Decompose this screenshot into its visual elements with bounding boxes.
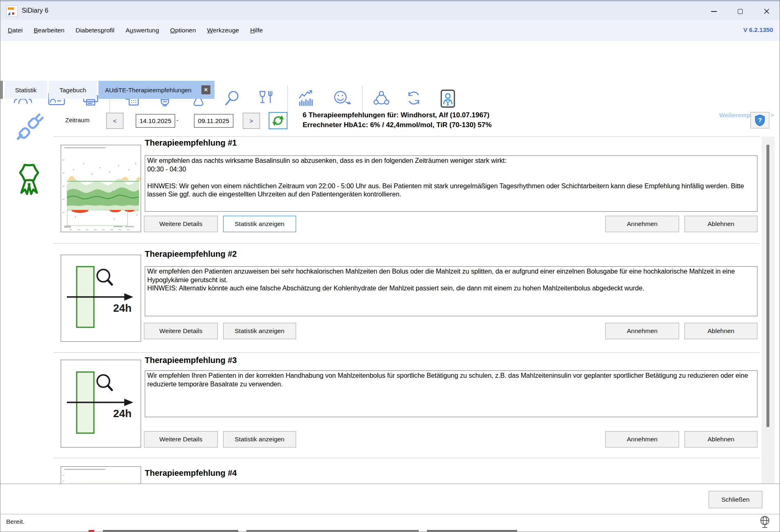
statistics-button-1[interactable]: Statistik anzeigen bbox=[223, 216, 296, 232]
recommendation-2-thumbnail[interactable]: 24h bbox=[61, 255, 141, 342]
recommendation-1-thumbnail[interactable] bbox=[61, 145, 141, 232]
recommendation-3-thumbnail[interactable]: 24h bbox=[61, 360, 141, 448]
recommendation-2-title: Therapieempfehlung #2 bbox=[145, 249, 237, 259]
period-from-input[interactable] bbox=[136, 114, 175, 128]
reject-button-3[interactable]: Ablehnen bbox=[684, 431, 757, 448]
recommendation-1-text: Wir empfehlen das nachts wirksame Basali… bbox=[145, 155, 757, 212]
minimize-icon[interactable] bbox=[701, 2, 727, 21]
menu-bar: DateiBearbeitenDiabetesprofilAuswertungO… bbox=[0, 20, 780, 41]
statistics-chart-icon[interactable] bbox=[297, 89, 316, 108]
award-ribbon-icon[interactable] bbox=[13, 160, 46, 198]
app-icon bbox=[6, 5, 18, 17]
close-panel-button[interactable]: Schließen bbox=[709, 491, 762, 508]
card-separator bbox=[54, 352, 759, 353]
accept-button-2[interactable]: Annehmen bbox=[605, 323, 679, 339]
agp-chart-thumbnail bbox=[61, 145, 141, 232]
menu-item-diabetesprofil[interactable]: Diabetesprofil bbox=[75, 27, 114, 34]
menu-item-hilfe[interactable]: Hilfe bbox=[250, 27, 263, 34]
details-button-1[interactable]: Weitere Details bbox=[144, 216, 218, 232]
menu-item-optionen[interactable]: Optionen bbox=[170, 27, 196, 34]
toolbar-separator bbox=[362, 85, 363, 112]
svg-text:24h: 24h bbox=[113, 407, 132, 420]
statistics-button-2[interactable]: Statistik anzeigen bbox=[223, 323, 296, 339]
share-network-icon[interactable] bbox=[372, 89, 391, 108]
sync-icon[interactable] bbox=[404, 89, 423, 108]
vertical-scrollbar[interactable] bbox=[762, 137, 775, 484]
statusbar-text: Bereit. bbox=[6, 518, 25, 525]
period-prev-button[interactable]: < bbox=[106, 113, 123, 129]
background-window-sliver bbox=[427, 530, 517, 532]
menu-item-werkzeuge[interactable]: Werkzeuge bbox=[207, 27, 239, 34]
globe-icon bbox=[759, 515, 772, 532]
reject-button-2[interactable]: Ablehnen bbox=[684, 323, 757, 339]
svg-text:?: ? bbox=[758, 116, 762, 123]
card-separator bbox=[54, 458, 759, 458]
window-edge bbox=[0, 81, 3, 99]
maximize-icon[interactable] bbox=[727, 2, 753, 21]
patient-summary-line1: 6 Therapieempfehlungen für: Windhorst, A… bbox=[303, 111, 489, 119]
telemedicine-doctor-icon[interactable] bbox=[438, 89, 456, 108]
tab-tagebuch[interactable]: Tagebuch bbox=[49, 81, 97, 99]
search-icon[interactable] bbox=[223, 89, 242, 108]
recommendation-2-text: Wir empfehlen den Patienten anzuweisen b… bbox=[145, 266, 757, 316]
menu-item-bearbeiten[interactable]: Bearbeiten bbox=[34, 27, 64, 34]
recommendation-4-title: Therapieempfehlung #4 bbox=[145, 468, 237, 478]
header-separator bbox=[54, 136, 760, 137]
wellbeing-smiley-icon[interactable] bbox=[332, 89, 351, 108]
period-next-button[interactable]: > bbox=[243, 113, 260, 129]
plug-disconnect-icon[interactable] bbox=[15, 110, 43, 144]
background-window-sliver bbox=[89, 530, 94, 532]
menu-item-datei[interactable]: Datei bbox=[8, 27, 23, 34]
details-button-2[interactable]: Weitere Details bbox=[144, 323, 218, 339]
tab-close-icon[interactable]: ✕ bbox=[201, 85, 210, 94]
period-separator: - bbox=[176, 116, 178, 123]
card-separator bbox=[54, 243, 759, 244]
details-button-3[interactable]: Weitere Details bbox=[144, 431, 218, 448]
version-label: V 6.2.1350 bbox=[743, 26, 773, 33]
recommendation-4-thumbnail[interactable] bbox=[61, 466, 141, 484]
statusbar-separator bbox=[0, 514, 780, 514]
tab-audite-therapieempfehlungen[interactable]: AUdiTE-Therapieempfehlungen ✕ bbox=[98, 81, 214, 99]
bolus-24h-thumbnail: 24h bbox=[61, 255, 141, 341]
accept-button-1[interactable]: Annehmen bbox=[605, 216, 679, 232]
patient-summary-line2: Errechneter HbA1c: 6% / 42,4mmol/mol, Ti… bbox=[303, 121, 492, 129]
tab-statistik[interactable]: Statistik bbox=[5, 81, 47, 99]
window-title: SiDiary 6 bbox=[22, 7, 48, 14]
recommendation-1-title: Therapieempfehlung #1 bbox=[145, 138, 237, 148]
footer-separator bbox=[0, 484, 780, 484]
app-window: SiDiary 6 DateiBearbeitenDiabetesprofilA… bbox=[0, 0, 780, 532]
menu-item-auswertung[interactable]: Auswertung bbox=[125, 27, 159, 34]
period-label: Zeitraum bbox=[65, 116, 89, 123]
background-window-sliver bbox=[246, 530, 419, 532]
bolus-24h-thumbnail: 24h bbox=[61, 360, 141, 447]
title-bar: SiDiary 6 bbox=[0, 0, 780, 20]
help-button[interactable]: ? bbox=[750, 112, 769, 128]
toolbar: Weiterempfehlen > bbox=[0, 41, 780, 81]
reject-button-1[interactable]: Ablehnen bbox=[684, 216, 757, 232]
recommendation-3-title: Therapieempfehlung #3 bbox=[145, 356, 237, 365]
refresh-button[interactable] bbox=[269, 112, 287, 129]
statistics-button-3[interactable]: Statistik anzeigen bbox=[223, 431, 296, 448]
toolbar-separator bbox=[287, 85, 288, 112]
nutrition-icon[interactable] bbox=[257, 89, 276, 108]
background-window-sliver bbox=[103, 530, 238, 532]
close-icon[interactable] bbox=[753, 2, 780, 21]
scrollbar-thumb[interactable] bbox=[766, 145, 769, 427]
svg-text:24h: 24h bbox=[113, 302, 132, 314]
accept-button-3[interactable]: Annehmen bbox=[605, 431, 679, 448]
recommendation-3-text: Wir empfehlen Ihren Patienten in der kor… bbox=[145, 370, 757, 417]
period-to-input[interactable] bbox=[194, 114, 233, 128]
